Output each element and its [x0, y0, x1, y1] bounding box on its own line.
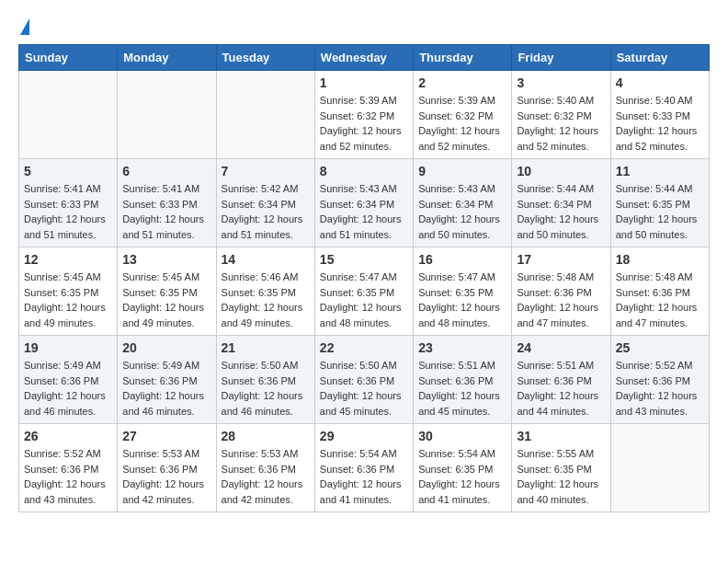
calendar-cell: 10 Sunrise: 5:44 AM Sunset: 6:34 PM Dayl… [512, 159, 610, 247]
day-number: 23 [418, 340, 506, 355]
day-info: Sunrise: 5:49 AM Sunset: 6:36 PM Dayligh… [24, 358, 112, 419]
day-number: 11 [616, 164, 704, 178]
calendar-cell: 7 Sunrise: 5:42 AM Sunset: 6:34 PM Dayli… [216, 159, 314, 247]
calendar-cell: 6 Sunrise: 5:41 AM Sunset: 6:33 PM Dayli… [118, 159, 216, 247]
day-info: Sunrise: 5:41 AM Sunset: 6:33 PM Dayligh… [24, 181, 112, 242]
day-info: Sunrise: 5:45 AM Sunset: 6:35 PM Dayligh… [122, 270, 210, 330]
calendar-table: SundayMondayTuesdayWednesdayThursdayFrid… [18, 44, 710, 512]
day-number: 28 [222, 429, 310, 443]
day-info: Sunrise: 5:42 AM Sunset: 6:34 PM Dayligh… [222, 181, 310, 242]
calendar-cell: 19 Sunrise: 5:49 AM Sunset: 6:36 PM Dayl… [19, 336, 118, 424]
day-info: Sunrise: 5:51 AM Sunset: 6:36 PM Dayligh… [517, 358, 605, 419]
day-info: Sunrise: 5:44 AM Sunset: 6:34 PM Dayligh… [517, 181, 605, 242]
calendar-cell: 8 Sunrise: 5:43 AM Sunset: 6:34 PM Dayli… [314, 159, 413, 247]
day-number: 9 [418, 164, 506, 178]
calendar-cell: 15 Sunrise: 5:47 AM Sunset: 6:35 PM Dayl… [314, 247, 413, 336]
weekday-header-thursday: Thursday [414, 45, 512, 71]
calendar-cell: 21 Sunrise: 5:50 AM Sunset: 6:36 PM Dayl… [216, 336, 314, 424]
day-info: Sunrise: 5:53 AM Sunset: 6:36 PM Dayligh… [222, 446, 310, 507]
day-number: 16 [418, 252, 506, 267]
day-info: Sunrise: 5:50 AM Sunset: 6:36 PM Dayligh… [320, 358, 408, 419]
calendar-cell [610, 424, 709, 512]
calendar-cell: 30 Sunrise: 5:54 AM Sunset: 6:35 PM Dayl… [414, 424, 512, 512]
day-number: 31 [517, 429, 605, 443]
calendar-cell: 2 Sunrise: 5:39 AM Sunset: 6:32 PM Dayli… [414, 71, 512, 159]
calendar-cell: 14 Sunrise: 5:46 AM Sunset: 6:35 PM Dayl… [216, 247, 314, 336]
week-row-1: 1 Sunrise: 5:39 AM Sunset: 6:32 PM Dayli… [19, 71, 710, 159]
calendar-cell: 4 Sunrise: 5:40 AM Sunset: 6:33 PM Dayli… [610, 71, 709, 159]
day-number: 1 [320, 75, 408, 90]
calendar-cell: 11 Sunrise: 5:44 AM Sunset: 6:35 PM Dayl… [610, 159, 709, 247]
weekday-header-sunday: Sunday [19, 45, 118, 71]
day-info: Sunrise: 5:40 AM Sunset: 6:33 PM Dayligh… [616, 93, 704, 154]
week-row-2: 5 Sunrise: 5:41 AM Sunset: 6:33 PM Dayli… [19, 159, 710, 247]
day-info: Sunrise: 5:43 AM Sunset: 6:34 PM Dayligh… [320, 181, 408, 242]
day-info: Sunrise: 5:52 AM Sunset: 6:36 PM Dayligh… [616, 358, 704, 419]
calendar-cell: 1 Sunrise: 5:39 AM Sunset: 6:32 PM Dayli… [314, 71, 413, 159]
day-number: 13 [122, 252, 210, 267]
calendar-cell: 17 Sunrise: 5:48 AM Sunset: 6:36 PM Dayl… [512, 247, 610, 336]
week-row-5: 26 Sunrise: 5:52 AM Sunset: 6:36 PM Dayl… [19, 424, 710, 512]
calendar-cell: 12 Sunrise: 5:45 AM Sunset: 6:35 PM Dayl… [19, 247, 118, 336]
day-info: Sunrise: 5:48 AM Sunset: 6:36 PM Dayligh… [616, 270, 704, 330]
calendar-cell: 26 Sunrise: 5:52 AM Sunset: 6:36 PM Dayl… [19, 424, 118, 512]
day-number: 7 [222, 164, 310, 178]
calendar-cell: 3 Sunrise: 5:40 AM Sunset: 6:32 PM Dayli… [512, 71, 610, 159]
day-number: 29 [320, 429, 408, 443]
day-number: 10 [517, 164, 605, 178]
day-info: Sunrise: 5:48 AM Sunset: 6:36 PM Dayligh… [517, 270, 605, 330]
day-number: 18 [616, 252, 704, 267]
calendar-cell: 27 Sunrise: 5:53 AM Sunset: 6:36 PM Dayl… [118, 424, 216, 512]
calendar-cell: 24 Sunrise: 5:51 AM Sunset: 6:36 PM Dayl… [512, 336, 610, 424]
day-number: 24 [517, 340, 605, 355]
calendar-cell [118, 71, 216, 159]
weekday-header-saturday: Saturday [610, 45, 709, 71]
calendar-cell: 23 Sunrise: 5:51 AM Sunset: 6:36 PM Dayl… [414, 336, 512, 424]
day-number: 19 [24, 340, 112, 355]
day-number: 27 [122, 429, 210, 443]
weekday-header-friday: Friday [512, 45, 610, 71]
day-number: 4 [616, 75, 704, 90]
calendar-cell: 20 Sunrise: 5:49 AM Sunset: 6:36 PM Dayl… [118, 336, 216, 424]
day-number: 5 [24, 164, 112, 178]
calendar-cell: 29 Sunrise: 5:54 AM Sunset: 6:36 PM Dayl… [314, 424, 413, 512]
day-info: Sunrise: 5:43 AM Sunset: 6:34 PM Dayligh… [418, 181, 506, 242]
day-number: 20 [122, 340, 210, 355]
day-info: Sunrise: 5:49 AM Sunset: 6:36 PM Dayligh… [122, 358, 210, 419]
day-info: Sunrise: 5:54 AM Sunset: 6:35 PM Dayligh… [418, 446, 506, 507]
day-number: 30 [418, 429, 506, 443]
week-row-3: 12 Sunrise: 5:45 AM Sunset: 6:35 PM Dayl… [19, 247, 710, 336]
week-row-4: 19 Sunrise: 5:49 AM Sunset: 6:36 PM Dayl… [19, 336, 710, 424]
day-number: 15 [320, 252, 408, 267]
day-number: 22 [320, 340, 408, 355]
calendar-cell: 5 Sunrise: 5:41 AM Sunset: 6:33 PM Dayli… [19, 159, 118, 247]
calendar-cell: 25 Sunrise: 5:52 AM Sunset: 6:36 PM Dayl… [610, 336, 709, 424]
day-number: 12 [24, 252, 112, 267]
day-info: Sunrise: 5:52 AM Sunset: 6:36 PM Dayligh… [24, 446, 112, 507]
day-number: 26 [24, 429, 112, 443]
calendar-cell: 22 Sunrise: 5:50 AM Sunset: 6:36 PM Dayl… [314, 336, 413, 424]
day-number: 14 [222, 252, 310, 267]
logo-icon [20, 18, 29, 35]
day-info: Sunrise: 5:50 AM Sunset: 6:36 PM Dayligh… [222, 358, 310, 419]
day-info: Sunrise: 5:47 AM Sunset: 6:35 PM Dayligh… [320, 270, 408, 330]
day-info: Sunrise: 5:46 AM Sunset: 6:35 PM Dayligh… [222, 270, 310, 330]
day-info: Sunrise: 5:53 AM Sunset: 6:36 PM Dayligh… [122, 446, 210, 507]
calendar-cell: 31 Sunrise: 5:55 AM Sunset: 6:35 PM Dayl… [512, 424, 610, 512]
day-info: Sunrise: 5:54 AM Sunset: 6:36 PM Dayligh… [320, 446, 408, 507]
page-header [18, 18, 710, 35]
day-number: 6 [122, 164, 210, 178]
day-info: Sunrise: 5:40 AM Sunset: 6:32 PM Dayligh… [517, 93, 605, 154]
day-info: Sunrise: 5:55 AM Sunset: 6:35 PM Dayligh… [517, 446, 605, 507]
weekday-header-row: SundayMondayTuesdayWednesdayThursdayFrid… [19, 45, 710, 71]
calendar-cell: 28 Sunrise: 5:53 AM Sunset: 6:36 PM Dayl… [216, 424, 314, 512]
calendar-cell: 9 Sunrise: 5:43 AM Sunset: 6:34 PM Dayli… [414, 159, 512, 247]
day-number: 3 [517, 75, 605, 90]
day-info: Sunrise: 5:45 AM Sunset: 6:35 PM Dayligh… [24, 270, 112, 330]
day-info: Sunrise: 5:39 AM Sunset: 6:32 PM Dayligh… [320, 93, 408, 154]
day-info: Sunrise: 5:39 AM Sunset: 6:32 PM Dayligh… [418, 93, 506, 154]
calendar-cell: 13 Sunrise: 5:45 AM Sunset: 6:35 PM Dayl… [118, 247, 216, 336]
day-number: 25 [616, 340, 704, 355]
weekday-header-wednesday: Wednesday [314, 45, 413, 71]
calendar-cell [19, 71, 118, 159]
